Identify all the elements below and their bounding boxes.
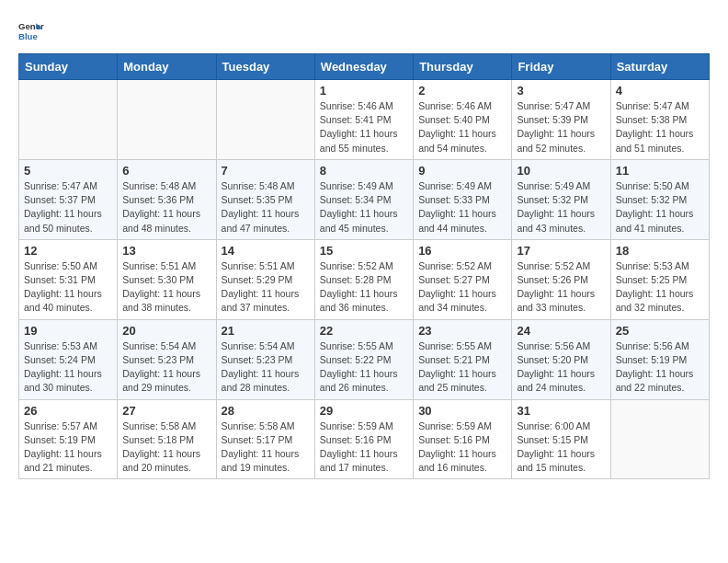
day-number: 10 (517, 164, 605, 178)
day-number: 15 (320, 244, 408, 258)
day-info: Sunrise: 5:56 AM Sunset: 5:20 PM Dayligh… (517, 339, 605, 396)
calendar-cell (19, 80, 118, 160)
day-number: 22 (320, 324, 408, 338)
day-info: Sunrise: 5:51 AM Sunset: 5:29 PM Dayligh… (222, 259, 310, 316)
day-number: 21 (222, 324, 310, 338)
weekday-header-thursday: Thursday (414, 54, 512, 80)
calendar-cell: 9Sunrise: 5:49 AM Sunset: 5:33 PM Daylig… (414, 159, 512, 239)
calendar-week-3: 12Sunrise: 5:50 AM Sunset: 5:31 PM Dayli… (19, 239, 710, 319)
logo: GeneralBlue (18, 18, 44, 44)
svg-text:Blue: Blue (18, 31, 38, 41)
calendar-cell: 30Sunrise: 5:59 AM Sunset: 5:16 PM Dayli… (414, 399, 512, 479)
day-number: 5 (24, 164, 112, 178)
day-info: Sunrise: 5:54 AM Sunset: 5:23 PM Dayligh… (122, 339, 210, 396)
day-info: Sunrise: 5:56 AM Sunset: 5:19 PM Dayligh… (616, 339, 704, 396)
day-number: 23 (418, 324, 506, 338)
calendar-cell: 4Sunrise: 5:47 AM Sunset: 5:38 PM Daylig… (610, 80, 709, 160)
day-number: 4 (616, 84, 704, 98)
calendar-cell: 2Sunrise: 5:46 AM Sunset: 5:40 PM Daylig… (414, 80, 512, 160)
day-info: Sunrise: 5:59 AM Sunset: 5:16 PM Dayligh… (320, 419, 408, 476)
day-number: 13 (122, 244, 210, 258)
day-number: 18 (616, 244, 704, 258)
day-info: Sunrise: 5:55 AM Sunset: 5:22 PM Dayligh… (320, 339, 408, 396)
day-number: 6 (122, 164, 210, 178)
day-number: 17 (517, 244, 605, 258)
day-info: Sunrise: 5:47 AM Sunset: 5:38 PM Dayligh… (616, 99, 704, 155)
day-info: Sunrise: 5:46 AM Sunset: 5:40 PM Dayligh… (418, 99, 506, 155)
calendar-week-2: 5Sunrise: 5:47 AM Sunset: 5:37 PM Daylig… (19, 159, 710, 239)
weekday-header-wednesday: Wednesday (314, 54, 413, 80)
day-info: Sunrise: 5:49 AM Sunset: 5:34 PM Dayligh… (320, 179, 408, 236)
day-info: Sunrise: 5:49 AM Sunset: 5:33 PM Dayligh… (418, 179, 506, 236)
day-info: Sunrise: 5:46 AM Sunset: 5:41 PM Dayligh… (320, 99, 408, 155)
day-number: 19 (24, 324, 112, 338)
day-info: Sunrise: 5:48 AM Sunset: 5:36 PM Dayligh… (122, 179, 210, 236)
day-number: 8 (320, 164, 408, 178)
calendar-cell: 1Sunrise: 5:46 AM Sunset: 5:41 PM Daylig… (314, 80, 413, 160)
calendar-cell: 5Sunrise: 5:47 AM Sunset: 5:37 PM Daylig… (19, 159, 118, 239)
day-info: Sunrise: 5:53 AM Sunset: 5:24 PM Dayligh… (24, 339, 112, 396)
day-number: 1 (320, 84, 408, 98)
calendar-cell: 10Sunrise: 5:49 AM Sunset: 5:32 PM Dayli… (512, 159, 610, 239)
day-info: Sunrise: 5:58 AM Sunset: 5:17 PM Dayligh… (222, 419, 310, 476)
day-number: 30 (418, 404, 506, 418)
calendar-cell: 31Sunrise: 6:00 AM Sunset: 5:15 PM Dayli… (512, 399, 610, 479)
calendar-cell: 6Sunrise: 5:48 AM Sunset: 5:36 PM Daylig… (118, 159, 216, 239)
calendar-cell: 29Sunrise: 5:59 AM Sunset: 5:16 PM Dayli… (314, 399, 413, 479)
day-info: Sunrise: 5:52 AM Sunset: 5:27 PM Dayligh… (418, 259, 506, 316)
calendar-cell: 7Sunrise: 5:48 AM Sunset: 5:35 PM Daylig… (216, 159, 314, 239)
day-info: Sunrise: 5:55 AM Sunset: 5:21 PM Dayligh… (418, 339, 506, 396)
calendar-cell: 18Sunrise: 5:53 AM Sunset: 5:25 PM Dayli… (610, 239, 709, 319)
weekday-header-monday: Monday (118, 54, 216, 80)
weekday-header-saturday: Saturday (610, 54, 709, 80)
calendar-cell: 3Sunrise: 5:47 AM Sunset: 5:39 PM Daylig… (512, 80, 610, 160)
page-header: GeneralBlue (18, 18, 710, 44)
calendar-cell: 24Sunrise: 5:56 AM Sunset: 5:20 PM Dayli… (512, 319, 610, 399)
calendar-cell: 21Sunrise: 5:54 AM Sunset: 5:23 PM Dayli… (216, 319, 314, 399)
calendar-cell: 8Sunrise: 5:49 AM Sunset: 5:34 PM Daylig… (314, 159, 413, 239)
calendar-cell (610, 399, 709, 479)
weekday-header-row: SundayMondayTuesdayWednesdayThursdayFrid… (19, 54, 710, 80)
day-number: 12 (24, 244, 112, 258)
calendar-cell: 23Sunrise: 5:55 AM Sunset: 5:21 PM Dayli… (414, 319, 512, 399)
calendar-cell: 14Sunrise: 5:51 AM Sunset: 5:29 PM Dayli… (216, 239, 314, 319)
calendar-cell (216, 80, 314, 160)
weekday-header-tuesday: Tuesday (216, 54, 314, 80)
day-number: 9 (418, 164, 506, 178)
day-info: Sunrise: 5:58 AM Sunset: 5:18 PM Dayligh… (122, 419, 210, 476)
day-number: 16 (418, 244, 506, 258)
calendar-cell: 16Sunrise: 5:52 AM Sunset: 5:27 PM Dayli… (414, 239, 512, 319)
day-info: Sunrise: 5:53 AM Sunset: 5:25 PM Dayligh… (616, 259, 704, 316)
weekday-header-friday: Friday (512, 54, 610, 80)
day-number: 24 (517, 324, 605, 338)
day-number: 29 (320, 404, 408, 418)
day-number: 28 (222, 404, 310, 418)
svg-text:General: General (18, 21, 44, 31)
day-number: 25 (616, 324, 704, 338)
day-number: 31 (517, 404, 605, 418)
calendar-cell: 26Sunrise: 5:57 AM Sunset: 5:19 PM Dayli… (19, 399, 118, 479)
calendar-week-4: 19Sunrise: 5:53 AM Sunset: 5:24 PM Dayli… (19, 319, 710, 399)
day-number: 11 (616, 164, 704, 178)
calendar-cell: 11Sunrise: 5:50 AM Sunset: 5:32 PM Dayli… (610, 159, 709, 239)
calendar-cell: 27Sunrise: 5:58 AM Sunset: 5:18 PM Dayli… (118, 399, 216, 479)
day-number: 14 (222, 244, 310, 258)
calendar-week-5: 26Sunrise: 5:57 AM Sunset: 5:19 PM Dayli… (19, 399, 710, 479)
calendar-table: SundayMondayTuesdayWednesdayThursdayFrid… (18, 53, 710, 479)
day-info: Sunrise: 5:52 AM Sunset: 5:26 PM Dayligh… (517, 259, 605, 316)
calendar-cell: 19Sunrise: 5:53 AM Sunset: 5:24 PM Dayli… (19, 319, 118, 399)
day-number: 26 (24, 404, 112, 418)
calendar-cell: 12Sunrise: 5:50 AM Sunset: 5:31 PM Dayli… (19, 239, 118, 319)
day-info: Sunrise: 5:49 AM Sunset: 5:32 PM Dayligh… (517, 179, 605, 236)
day-info: Sunrise: 5:59 AM Sunset: 5:16 PM Dayligh… (418, 419, 506, 476)
day-number: 2 (418, 84, 506, 98)
calendar-cell: 28Sunrise: 5:58 AM Sunset: 5:17 PM Dayli… (216, 399, 314, 479)
day-number: 3 (517, 84, 605, 98)
day-info: Sunrise: 5:57 AM Sunset: 5:19 PM Dayligh… (24, 419, 112, 476)
day-number: 20 (122, 324, 210, 338)
calendar-cell: 13Sunrise: 5:51 AM Sunset: 5:30 PM Dayli… (118, 239, 216, 319)
day-info: Sunrise: 5:51 AM Sunset: 5:30 PM Dayligh… (122, 259, 210, 316)
day-info: Sunrise: 5:54 AM Sunset: 5:23 PM Dayligh… (222, 339, 310, 396)
day-info: Sunrise: 5:52 AM Sunset: 5:28 PM Dayligh… (320, 259, 408, 316)
day-info: Sunrise: 5:47 AM Sunset: 5:39 PM Dayligh… (517, 99, 605, 155)
